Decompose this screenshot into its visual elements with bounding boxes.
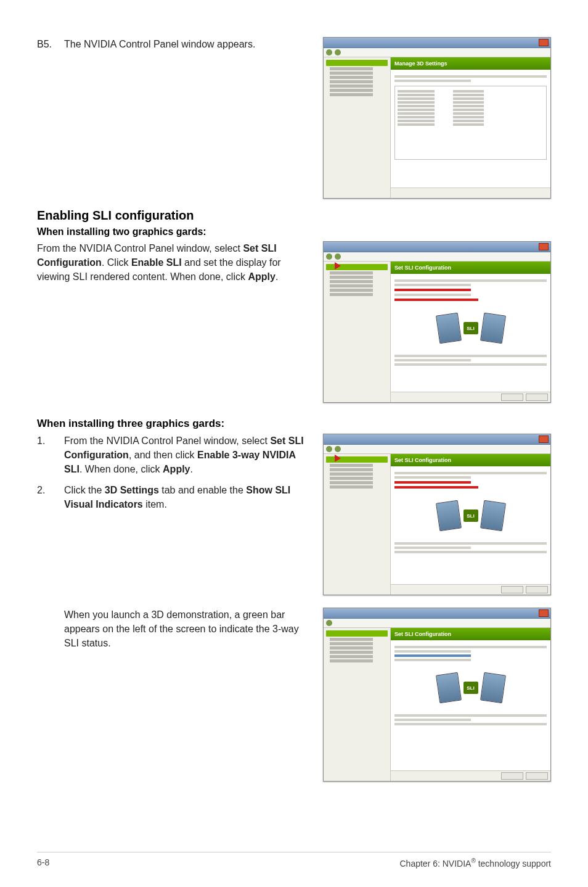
forward-icon xyxy=(335,49,341,56)
screenshot-manage-3d: Manage 3D Settings xyxy=(323,37,551,199)
panel-heading: Set SLI Configuration xyxy=(391,262,550,274)
step-number: B5. xyxy=(37,37,54,51)
panel-heading: Set SLI Configuration xyxy=(391,454,550,466)
back-icon xyxy=(326,49,332,56)
close-icon xyxy=(539,609,549,617)
page-number: 6-8 xyxy=(37,857,49,868)
close-icon xyxy=(539,243,549,250)
subheading: When installing three graphics gards: xyxy=(37,418,551,430)
sli-badge-icon: SLI xyxy=(463,510,478,522)
panel-heading: Set SLI Configuration xyxy=(391,628,550,640)
step-text: Click the 3D Settings tab and enable the… xyxy=(64,483,311,511)
step-number: 2. xyxy=(37,483,54,511)
step-text: The NVIDIA Control Panel window appears. xyxy=(64,37,255,51)
chapter-label: Chapter 6: NVIDIA® technology support xyxy=(399,857,551,868)
screenshot-sli-indicator: Set SLI Configuration SLI xyxy=(323,608,551,782)
sli-badge-icon: SLI xyxy=(463,322,478,334)
panel-heading: Manage 3D Settings xyxy=(391,57,550,70)
paragraph: When you launch a 3D demonstration, a gr… xyxy=(37,608,311,651)
screenshot-sli-2way: Set SLI Configuration SLI xyxy=(323,241,551,403)
close-icon xyxy=(539,39,549,46)
highlight-arrow-icon xyxy=(335,455,341,462)
step-number: 1. xyxy=(37,434,54,477)
sli-badge-icon: SLI xyxy=(463,682,478,694)
section-heading: Enabling SLI configuration xyxy=(37,208,551,223)
step-text: From the NVIDIA Control Panel window, se… xyxy=(64,434,311,477)
highlight-arrow-icon xyxy=(335,262,341,270)
close-icon xyxy=(539,435,549,443)
subheading: When installing two graphics gards: xyxy=(37,226,551,237)
paragraph: From the NVIDIA Control Panel window, se… xyxy=(37,241,311,284)
screenshot-sli-3way: Set SLI Configuration SLI xyxy=(323,434,551,595)
